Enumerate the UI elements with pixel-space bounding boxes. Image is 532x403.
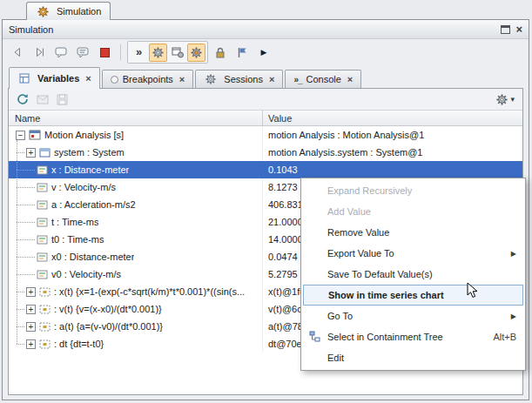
console-icon: »_ [293, 75, 301, 84]
expand-expander-icon[interactable]: + [26, 287, 36, 297]
menu-item-go-to[interactable]: Go To ▶ [303, 306, 523, 326]
log-bubble-button[interactable] [73, 43, 92, 62]
menu-item-remove-value[interactable]: Remove Value [303, 222, 523, 243]
breakpoint-icon [111, 76, 118, 84]
export-icon [37, 94, 49, 105]
column-header-value[interactable]: Value [263, 113, 522, 124]
view-tabs: Variables × Breakpoints × Sessions × »_ … [9, 67, 361, 88]
report-button[interactable] [232, 43, 252, 62]
dock-tab-simulation[interactable]: Simulation [26, 2, 111, 20]
tab-console[interactable]: »_ Console × [285, 70, 361, 88]
simulation-window: Simulation Simulation × [0, 0, 532, 403]
value-property-icon [37, 270, 48, 279]
tab-sessions[interactable]: Sessions × [195, 70, 283, 88]
row-name: a : Accleration-m/s2 [51, 199, 136, 210]
mouse-cursor-icon [467, 282, 478, 300]
row-value: 14.0000 [268, 234, 303, 245]
constraint-property-icon [39, 339, 51, 349]
menu-item-show-in-time-series-chart[interactable]: Show in time series chart [303, 285, 523, 306]
step-back-button[interactable] [8, 43, 27, 62]
expand-expander-icon[interactable]: + [26, 305, 36, 314]
constraint-property-icon [39, 322, 51, 332]
panel-titlebar: Simulation × [3, 20, 529, 39]
tab-breakpoints-close-icon[interactable]: × [179, 74, 185, 84]
dropdown-caret-icon: ▾ [510, 95, 515, 104]
menu-item-add-value: Add Value [303, 201, 523, 222]
speech-bubble-lines-icon [77, 47, 89, 58]
close-panel-icon[interactable]: × [515, 24, 522, 35]
menu-item-export-value-to[interactable]: Export Value To ▶ [303, 243, 523, 264]
window-gear-icon [172, 47, 184, 58]
lock-button[interactable] [211, 43, 230, 62]
save-button[interactable] [57, 94, 68, 105]
row-value: 0.1043 [268, 165, 298, 175]
diagram-settings-button[interactable] [168, 44, 186, 62]
expand-expander-icon[interactable]: + [26, 148, 36, 158]
refresh-button[interactable] [17, 93, 29, 105]
terminate-button[interactable] [95, 43, 114, 62]
flag-icon [237, 47, 247, 58]
submenu-arrow-icon: ▶ [511, 312, 516, 320]
lock-icon [215, 47, 226, 58]
column-header-name[interactable]: Name [9, 111, 263, 125]
simulation-toolbar: » ▶ [3, 39, 529, 65]
menu-item-save-to-default-values[interactable]: Save To Default Value(s) [303, 264, 523, 285]
gear-icon [152, 47, 164, 58]
tab-sessions-label: Sessions [224, 74, 263, 84]
menu-item-select-in-containment-tree[interactable]: Select in Containment Tree Alt+B [303, 326, 523, 347]
expand-expander-icon[interactable]: + [26, 322, 36, 332]
speech-bubble-icon [55, 47, 67, 58]
table-options-button[interactable]: ▾ [496, 94, 515, 105]
row-name: t0 : Time-ms [51, 234, 104, 245]
row-value: 8.1273 [268, 182, 298, 192]
row-name: x : Distance-meter [51, 165, 129, 175]
tab-variables-label: Variables [37, 73, 79, 84]
tab-variables-close-icon[interactable]: × [85, 73, 91, 84]
table-row[interactable]: + system : System motion Analysis.system… [9, 144, 522, 161]
variables-toolbar: ▾ [9, 89, 522, 111]
value-property-icon [37, 235, 48, 245]
auto-run-button[interactable] [187, 44, 205, 62]
console-bubble-button[interactable] [51, 43, 71, 62]
toolbar-overflow-button[interactable]: ▶ [254, 43, 273, 62]
row-name: Motion Analysis [s] [44, 130, 124, 140]
animation-options-button[interactable] [149, 44, 167, 62]
row-name: v0 : Velocity-m/s [51, 269, 121, 279]
menu-item-edit[interactable]: Edit [303, 347, 523, 368]
expand-expander-icon[interactable]: + [26, 339, 36, 349]
table-row[interactable]: − Motion Analysis [s] motion Analysis : … [9, 126, 522, 144]
constraint-property-icon [39, 287, 51, 297]
collapse-expander-icon[interactable]: − [16, 131, 25, 140]
table-options-gear-icon [496, 94, 508, 105]
gear-dot-icon [191, 47, 202, 58]
tab-sessions-close-icon[interactable]: × [269, 74, 274, 84]
tab-breakpoints[interactable]: Breakpoints × [102, 70, 194, 88]
tree-guide-line [17, 140, 17, 344]
tab-variables[interactable]: Variables × [9, 67, 100, 89]
tab-console-close-icon[interactable]: × [347, 74, 353, 84]
row-name: system : System [54, 147, 125, 158]
value-property-icon [37, 183, 48, 192]
row-name: : x(t) {x=1-(exp(-c*sqrt(k/m)*t*0.001)*(… [54, 286, 245, 297]
row-name: t : Time-ms [51, 217, 98, 227]
float-panel-icon[interactable] [501, 25, 510, 34]
variables-icon [19, 73, 30, 84]
chevrons-icon: » [136, 48, 142, 57]
context-menu: Expand Recursively Add Value Remove Valu… [300, 178, 526, 371]
stop-square-icon [100, 48, 110, 57]
row-name: : v(t) {v=(x-x0)/(dt*0.001)} [54, 304, 162, 314]
menu-item-expand-recursively: Expand Recursively [303, 180, 523, 201]
export-button[interactable] [37, 94, 49, 105]
table-row-selected[interactable]: x : Distance-meter 0.1043 [9, 161, 522, 178]
containment-tree-icon [309, 331, 320, 344]
row-value: motion Analysis.system : System@1 [268, 147, 422, 158]
step-forward-button[interactable] [30, 43, 49, 62]
simulation-gear-icon [37, 6, 49, 17]
collapse-toolbar-button[interactable]: » [130, 44, 148, 62]
row-name: : dt {dt=t-t0} [54, 339, 104, 349]
panel-title: Simulation [9, 24, 495, 35]
row-name: x0 : Distance-meter [51, 252, 134, 262]
save-icon [57, 94, 68, 105]
value-property-icon [37, 200, 48, 210]
row-value: 0.0474 [268, 252, 298, 262]
